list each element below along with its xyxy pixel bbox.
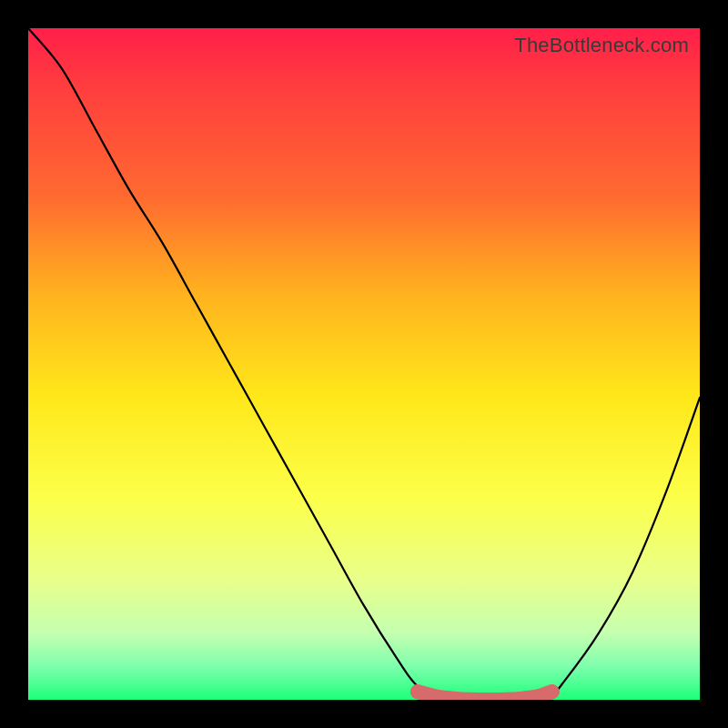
- highlight-dot: [410, 684, 425, 699]
- watermark-label: TheBottleneck.com: [514, 34, 689, 57]
- marker-svg: [28, 28, 700, 700]
- chart-frame: TheBottleneck.com: [0, 0, 728, 728]
- plot-area: TheBottleneck.com: [28, 28, 700, 700]
- highlight-dot: [545, 684, 560, 699]
- highlight-markers: [410, 684, 560, 700]
